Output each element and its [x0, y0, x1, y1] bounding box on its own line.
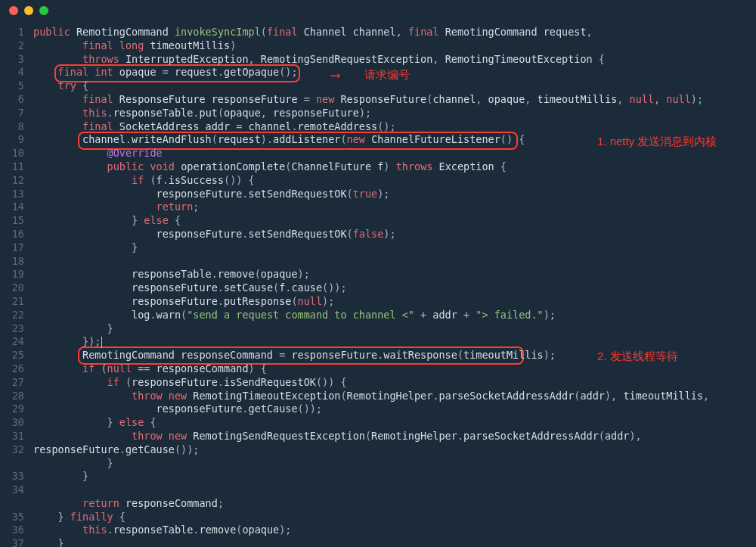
code-line[interactable]: return responseCommand;	[0, 497, 756, 511]
code-line[interactable]: 7 this.responseTable.put(opaque, respons…	[0, 107, 756, 120]
line-number: 9	[0, 133, 33, 147]
code-line[interactable]: 37 }	[0, 537, 756, 547]
line-number: 37	[0, 537, 33, 547]
code-editor[interactable]: ⟶ 请求编号 1. netty 发送消息到内核 2. 发送线程等待 1publi…	[0, 21, 756, 547]
code-line[interactable]: 23 }	[0, 322, 756, 336]
code-line[interactable]: 30 } else {	[0, 416, 756, 430]
code-line[interactable]: 34	[0, 483, 756, 497]
line-number: 7	[0, 107, 33, 120]
code-line[interactable]: 11 public void operationComplete(Channel…	[0, 160, 756, 174]
line-number: 31	[0, 430, 33, 443]
line-number: 22	[0, 309, 33, 322]
code-line[interactable]: 21 responseFuture.putResponse(null);	[0, 295, 756, 309]
code-line[interactable]: 22 log.warn("send a request command to c…	[0, 309, 756, 322]
code-line[interactable]: 33 }	[0, 470, 756, 483]
zoom-icon[interactable]	[39, 6, 48, 15]
line-number: 4	[0, 66, 33, 79]
code-line[interactable]: 32responseFuture.getCause());	[0, 443, 756, 457]
line-number: 25	[0, 349, 33, 362]
code-line[interactable]: }	[0, 457, 756, 471]
code-line[interactable]: 10 @Override	[0, 147, 756, 160]
code-line[interactable]: 35 } finally {	[0, 511, 756, 524]
code-line[interactable]: 29 responseFuture.getCause());	[0, 402, 756, 416]
code-line[interactable]: 12 if (f.isSuccess()) {	[0, 174, 756, 188]
line-number: 32	[0, 443, 33, 457]
line-number: 34	[0, 483, 33, 497]
line-number: 19	[0, 268, 33, 281]
line-number: 11	[0, 160, 33, 174]
line-number: 24	[0, 335, 33, 349]
window-titlebar	[0, 0, 756, 21]
code-line[interactable]: 5 try {	[0, 79, 756, 93]
line-number	[0, 457, 33, 471]
line-number	[0, 497, 33, 511]
code-line[interactable]: 18	[0, 255, 756, 269]
line-number: 2	[0, 39, 33, 53]
code-line[interactable]: 27 if (responseFuture.isSendRequestOK())…	[0, 376, 756, 390]
line-number: 13	[0, 188, 33, 201]
line-number: 26	[0, 362, 33, 376]
close-icon[interactable]	[9, 6, 18, 15]
code-line[interactable]: 17 }	[0, 241, 756, 255]
line-number: 23	[0, 322, 33, 336]
line-number: 35	[0, 511, 33, 524]
line-number: 16	[0, 228, 33, 241]
line-number: 6	[0, 93, 33, 107]
code-line[interactable]: 4 final int opaque = request.getOpaque()…	[0, 66, 756, 79]
line-number: 28	[0, 390, 33, 403]
code-line[interactable]: 31 throw new RemotingSendRequestExceptio…	[0, 430, 756, 443]
code-line[interactable]: 1public RemotingCommand invokeSyncImpl(f…	[0, 26, 756, 39]
code-line[interactable]: 8 final SocketAddress addr = channel.rem…	[0, 120, 756, 134]
minimize-icon[interactable]	[24, 6, 33, 15]
code-line[interactable]: 3 throws InterruptedException, RemotingS…	[0, 53, 756, 67]
code-line[interactable]: 26 if (null == responseCommand) {	[0, 362, 756, 376]
line-number: 18	[0, 255, 33, 269]
line-number: 21	[0, 295, 33, 309]
code-line[interactable]: 2 final long timeoutMillis)	[0, 39, 756, 53]
line-number: 36	[0, 524, 33, 537]
code-line[interactable]: 20 responseFuture.setCause(f.cause());	[0, 281, 756, 295]
code-line[interactable]: 19 responseTable.remove(opaque);	[0, 268, 756, 281]
line-number: 12	[0, 174, 33, 188]
line-number: 30	[0, 416, 33, 430]
line-number: 20	[0, 281, 33, 295]
code-line[interactable]: 16 responseFuture.setSendRequestOK(false…	[0, 228, 756, 241]
code-line[interactable]: 13 responseFuture.setSendRequestOK(true)…	[0, 188, 756, 201]
line-number: 8	[0, 120, 33, 134]
line-number: 17	[0, 241, 33, 255]
code-line[interactable]: 9 channel.writeAndFlush(request).addList…	[0, 133, 756, 147]
line-number: 1	[0, 26, 33, 39]
code-line[interactable]: 14 return;	[0, 200, 756, 214]
line-number: 15	[0, 214, 33, 228]
code-line[interactable]: 36 this.responseTable.remove(opaque);	[0, 524, 756, 537]
code-line[interactable]: 6 final ResponseFuture responseFuture = …	[0, 93, 756, 107]
code-line[interactable]: 24 });	[0, 335, 756, 349]
code-line[interactable]: 25 RemotingCommand responseCommand = res…	[0, 349, 756, 362]
line-number: 29	[0, 402, 33, 416]
code-line[interactable]: 15 } else {	[0, 214, 756, 228]
line-number: 27	[0, 376, 33, 390]
code-line[interactable]: 28 throw new RemotingTimeoutException(Re…	[0, 390, 756, 403]
line-number: 10	[0, 147, 33, 160]
line-number: 33	[0, 470, 33, 483]
line-number: 14	[0, 200, 33, 214]
line-number: 3	[0, 53, 33, 67]
line-number: 5	[0, 79, 33, 93]
